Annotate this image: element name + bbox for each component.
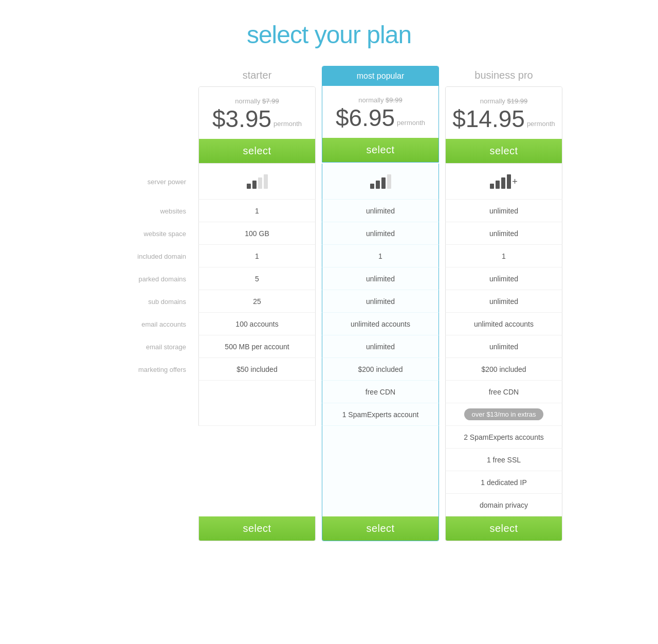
- plus-marketing-offers: $200 included: [322, 358, 439, 381]
- starter-normal-price: normally $7.99: [204, 97, 310, 105]
- server-power-label: server power: [108, 164, 195, 200]
- biz-marketing-offers: $200 included: [445, 358, 562, 381]
- marketing-offers-label: marketing offers: [108, 358, 195, 381]
- sub-domains-label: sub domains: [108, 290, 195, 313]
- plus-select-top-button[interactable]: select: [322, 138, 438, 162]
- plus-per-month: permonth: [397, 119, 425, 130]
- biz-dedicated-ip: 1 dedicated IP: [445, 471, 562, 494]
- starter-included-domain: 1: [198, 245, 316, 267]
- plus-free-cdn: free CDN: [322, 381, 439, 403]
- plus-bottom-select-spacer: [322, 426, 439, 449]
- biz-free-ssl: 1 free SSL: [445, 449, 562, 471]
- biz-plus-sign: +: [512, 174, 518, 189]
- biz-domain-privacy: domain privacy: [445, 494, 562, 516]
- biz-email-storage: unlimited: [445, 335, 562, 358]
- starter-extra-empty: [198, 381, 316, 403]
- email-accounts-label: email accounts: [108, 313, 195, 335]
- biz-website-space: unlimited: [445, 222, 562, 245]
- starter-plan-box: normally $7.99 $3.95 permonth select: [198, 86, 316, 164]
- plus-email-storage: unlimited: [322, 335, 439, 358]
- starter-server-power: [198, 164, 316, 200]
- biz-normal-price: normally $19.99: [451, 97, 557, 105]
- starter-email-accounts: 100 accounts: [198, 313, 316, 335]
- starter-select-top-button[interactable]: select: [199, 139, 315, 163]
- plus-signal-icon: [370, 174, 391, 189]
- biz-spam-experts: 2 SpamExperts accounts: [445, 426, 562, 449]
- biz-email-accounts: unlimited accounts: [445, 313, 562, 335]
- biz-select-bottom-button[interactable]: select: [446, 516, 562, 541]
- biz-sub-domains: unlimited: [445, 290, 562, 313]
- starter-sub-domains: 25: [198, 290, 316, 313]
- biz-free-cdn: free CDN: [445, 381, 562, 403]
- starter-per-month: permonth: [273, 120, 302, 131]
- biz-pricing: normally $19.99 $14.95 permonth: [446, 87, 562, 139]
- plus-website-space: unlimited: [322, 222, 439, 245]
- plus-select-bottom-button[interactable]: select: [322, 516, 438, 541]
- starter-plan-label: starter: [195, 69, 319, 86]
- starter-pricing: normally $7.99 $3.95 permonth: [199, 87, 315, 139]
- plus-server-power: [322, 164, 439, 200]
- biz-websites: unlimited: [445, 200, 562, 222]
- starter-select-bottom-button[interactable]: select: [199, 516, 315, 541]
- starter-website-space: 100 GB: [198, 222, 316, 245]
- biz-extras-badge: over $13/mo in extras: [464, 408, 543, 420]
- biz-bottom-box: select: [445, 516, 562, 541]
- plus-included-domain: 1: [322, 245, 439, 267]
- website-space-label: website space: [108, 222, 195, 245]
- starter-websites: 1: [198, 200, 316, 222]
- page-title: select your plan: [10, 21, 648, 49]
- plus-pricing: normally $9.99 $6.95 permonth: [322, 86, 438, 138]
- plus-bottom-box: select: [322, 516, 439, 541]
- starter-marketing-offers: $50 included: [198, 358, 316, 381]
- most-popular-banner: most popular: [322, 66, 438, 86]
- plus-spam-experts: 1 SpamExperts account: [322, 403, 439, 426]
- biz-signal-icon: [490, 174, 511, 189]
- plus-websites: unlimited: [322, 200, 439, 222]
- starter-price: $3.95: [212, 107, 271, 131]
- starter-signal-icon: [247, 174, 268, 189]
- biz-parked-domains: unlimited: [445, 267, 562, 290]
- biz-price: $14.95: [452, 107, 525, 131]
- plus-parked-domains: unlimited: [322, 267, 439, 290]
- business-pro-plan-box: normally $19.99 $14.95 permonth select: [445, 86, 562, 164]
- email-storage-label: email storage: [108, 335, 195, 358]
- plus-price: $6.95: [336, 106, 395, 130]
- websites-label: websites: [108, 200, 195, 222]
- plus-email-accounts: unlimited accounts: [322, 313, 439, 335]
- included-domain-label: included domain: [108, 245, 195, 267]
- starter-parked-domains: 5: [198, 267, 316, 290]
- starter-email-storage: 500 MB per account: [198, 335, 316, 358]
- biz-server-power: +: [445, 164, 562, 200]
- plus-plan-box: most popular normally $9.99 $6.95 permon…: [322, 66, 439, 163]
- plus-sub-domains: unlimited: [322, 290, 439, 313]
- plus-normal-price: normally $9.99: [327, 96, 433, 104]
- business-pro-plan-label: business pro: [442, 69, 565, 86]
- biz-select-top-button[interactable]: select: [446, 139, 562, 163]
- parked-domains-label: parked domains: [108, 267, 195, 290]
- starter-bottom-box: select: [198, 516, 316, 541]
- biz-extras-badge-row: over $13/mo in extras: [445, 403, 562, 426]
- biz-per-month: permonth: [527, 120, 555, 131]
- starter-bottom-filler: [198, 403, 316, 426]
- biz-included-domain: 1: [445, 245, 562, 267]
